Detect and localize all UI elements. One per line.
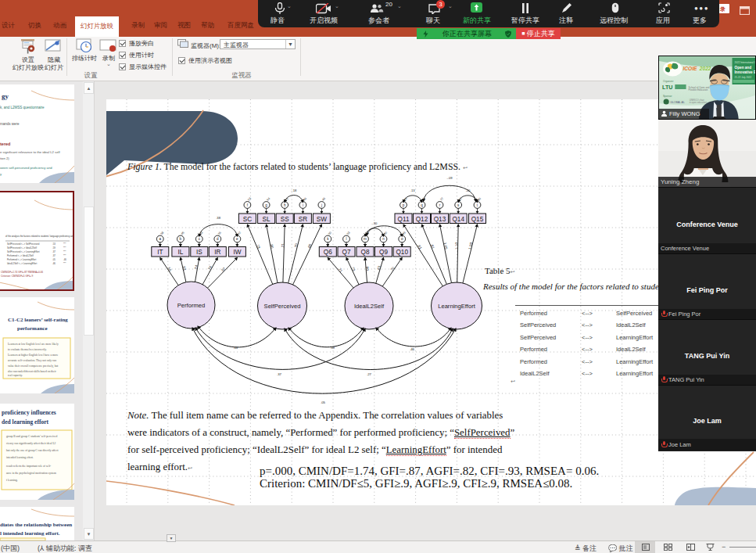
svg-text:SW: SW bbox=[317, 216, 327, 223]
svg-text:.74: .74 bbox=[207, 265, 213, 271]
svg-text:d: d bbox=[217, 237, 219, 241]
svg-text:IW: IW bbox=[233, 249, 241, 256]
svg-text:1.05: 1.05 bbox=[442, 242, 448, 250]
svg-text:Q8: Q8 bbox=[361, 249, 370, 256]
svg-text:2022: 2022 bbox=[699, 66, 711, 71]
svg-text:j: j bbox=[321, 203, 322, 207]
svg-text:.49: .49 bbox=[303, 197, 308, 203]
svg-text:Performed: Performed bbox=[177, 302, 205, 309]
svg-text:.05: .05 bbox=[321, 400, 326, 404]
svg-text:Q9: Q9 bbox=[379, 249, 388, 256]
svg-text:.53: .53 bbox=[346, 231, 351, 236]
svg-text:SS: SS bbox=[281, 216, 289, 223]
svg-text:.81: .81 bbox=[430, 243, 435, 250]
svg-text:.80: .80 bbox=[477, 197, 482, 203]
svg-text:n: n bbox=[382, 237, 385, 241]
svg-text:IL: IL bbox=[177, 249, 183, 256]
svg-text:Q10: Q10 bbox=[396, 249, 408, 256]
svg-text:.71: .71 bbox=[281, 243, 285, 249]
svg-text:l: l bbox=[346, 237, 346, 241]
svg-text:.53: .53 bbox=[233, 346, 238, 350]
svg-text:in open education: in open education bbox=[690, 101, 708, 104]
svg-text:Flexible Education: Flexible Education bbox=[689, 88, 708, 92]
svg-text:.80: .80 bbox=[365, 265, 369, 271]
svg-text:e: e bbox=[236, 237, 238, 241]
svg-text:Q12: Q12 bbox=[416, 216, 428, 223]
svg-text:.68: .68 bbox=[306, 243, 312, 250]
svg-text:.71: .71 bbox=[337, 267, 343, 273]
svg-text:.38: .38 bbox=[216, 216, 220, 220]
svg-text:.70: .70 bbox=[389, 266, 396, 272]
svg-text:b: b bbox=[180, 237, 182, 241]
svg-text:.37: .37 bbox=[277, 372, 282, 376]
svg-text:.56: .56 bbox=[167, 266, 173, 272]
svg-text:Q7: Q7 bbox=[342, 249, 351, 256]
svg-text:2022 International C: 2022 International C bbox=[735, 61, 755, 64]
svg-text:.74: .74 bbox=[194, 264, 199, 271]
svg-text:.81: .81 bbox=[417, 243, 423, 250]
svg-text:IS: IS bbox=[196, 249, 202, 256]
svg-text:IdealL2Self: IdealL2Self bbox=[354, 303, 385, 310]
svg-text:Q14: Q14 bbox=[452, 216, 464, 223]
svg-text:p: p bbox=[403, 203, 405, 207]
svg-text:SelfPerceived: SelfPerceived bbox=[264, 303, 301, 310]
svg-text:.55: .55 bbox=[217, 231, 223, 236]
svg-text:Q15: Q15 bbox=[471, 216, 484, 223]
svg-text:ICOIE: ICOIE bbox=[683, 66, 697, 71]
svg-text:Q11: Q11 bbox=[398, 216, 410, 223]
svg-text:.58: .58 bbox=[159, 231, 165, 236]
svg-text:Q6: Q6 bbox=[324, 249, 332, 256]
svg-text:q: q bbox=[421, 203, 423, 207]
svg-text:m: m bbox=[364, 237, 367, 241]
svg-text:Open and: Open and bbox=[735, 66, 752, 70]
svg-text:.73: .73 bbox=[350, 265, 356, 271]
svg-text:-.18: -.18 bbox=[291, 189, 297, 192]
svg-text:Q13: Q13 bbox=[434, 216, 446, 223]
svg-text:.80: .80 bbox=[270, 243, 274, 250]
svg-text:-.09: -.09 bbox=[446, 176, 453, 180]
svg-text:.63: .63 bbox=[181, 265, 186, 271]
svg-text:LTU: LTU bbox=[662, 84, 672, 90]
svg-text:.50: .50 bbox=[328, 231, 333, 236]
svg-text:.27: .27 bbox=[367, 372, 372, 376]
svg-text:.46: .46 bbox=[180, 231, 185, 236]
svg-text:a: a bbox=[159, 237, 162, 241]
svg-text:.59: .59 bbox=[330, 346, 335, 350]
svg-text:Organizer: Organizer bbox=[663, 80, 673, 83]
svg-text:SL: SL bbox=[263, 216, 271, 223]
svg-text:SR: SR bbox=[299, 216, 307, 223]
svg-text:SC: SC bbox=[243, 216, 252, 223]
svg-text:.73: .73 bbox=[256, 243, 261, 250]
svg-text:Innovative Ed: Innovative Ed bbox=[735, 70, 755, 74]
svg-text:g: g bbox=[265, 203, 267, 207]
svg-text:LearningEffort: LearningEffort bbox=[438, 303, 475, 310]
svg-text:1.10: 1.10 bbox=[455, 242, 459, 249]
svg-text:.64: .64 bbox=[266, 197, 271, 203]
svg-text:o: o bbox=[401, 237, 403, 241]
svg-text:h: h bbox=[284, 203, 286, 207]
svg-text:.46: .46 bbox=[410, 347, 415, 351]
svg-text:.13: .13 bbox=[410, 189, 415, 192]
svg-text:.77: .77 bbox=[439, 197, 445, 203]
svg-text:Sponsor: Sponsor bbox=[663, 95, 672, 98]
svg-text:-.30: -.30 bbox=[371, 221, 378, 225]
svg-text:GLOBAL AL: GLOBAL AL bbox=[670, 101, 685, 104]
svg-text:.57: .57 bbox=[220, 267, 226, 273]
svg-text:21-22 July 2022: 21-22 July 2022 bbox=[735, 76, 752, 79]
svg-text:1.09: 1.09 bbox=[468, 242, 473, 250]
svg-text:i: i bbox=[303, 203, 303, 207]
svg-text:IT: IT bbox=[157, 249, 163, 256]
svg-text:.46: .46 bbox=[321, 197, 327, 203]
svg-text:IR: IR bbox=[214, 249, 220, 256]
svg-text:.53: .53 bbox=[247, 197, 253, 203]
